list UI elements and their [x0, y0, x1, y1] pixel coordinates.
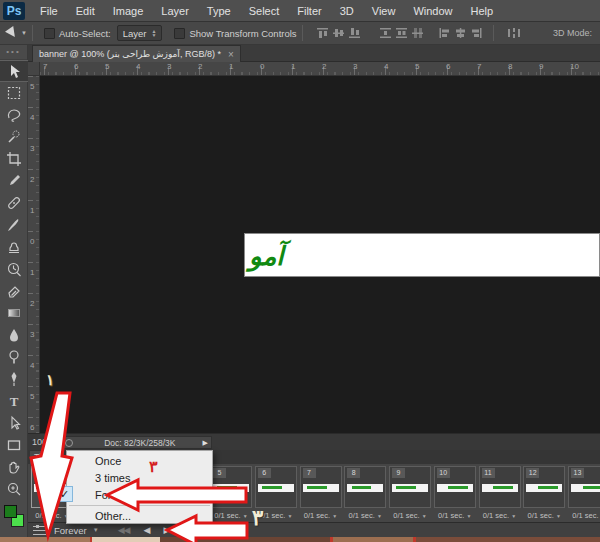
dropdown-value: Layer: [123, 28, 147, 39]
menu-item[interactable]: Select: [240, 0, 289, 22]
quick-selection-tool[interactable]: [0, 126, 28, 148]
dodge-tool[interactable]: [0, 346, 28, 368]
first-frame-button[interactable]: ◀◀: [118, 525, 130, 535]
menu-item-once[interactable]: Once: [67, 453, 212, 470]
type-tool[interactable]: T: [0, 390, 28, 412]
frame-thumbnail: 12: [523, 466, 565, 508]
align-horizontal-centers-icon[interactable]: [454, 27, 467, 39]
blur-tool[interactable]: [0, 324, 28, 346]
lasso-tool[interactable]: [0, 104, 28, 126]
menu-item-3-times[interactable]: 3 times: [67, 470, 212, 487]
distribute-vcenter-icon[interactable]: [395, 27, 408, 39]
auto-select-checkbox[interactable]: [44, 28, 55, 39]
doc-sizes-text: Doc: 82/3K/258/3K: [77, 438, 203, 448]
animation-frame[interactable]: 13 0/1 sec. ▼: [568, 466, 600, 522]
ruler-origin-corner: [28, 62, 40, 76]
distribute-bottom-icon[interactable]: [411, 27, 424, 39]
frame-thumbnail: 13: [568, 466, 600, 508]
eyedropper-tool[interactable]: [0, 170, 28, 192]
brush-tool[interactable]: [0, 214, 28, 236]
loop-options-menu: Once 3 times Forever Other...: [66, 450, 213, 524]
frame-delay-dropdown[interactable]: 0/1 sec. ▼: [210, 511, 252, 520]
ruler-number: 2: [195, 62, 226, 75]
animation-frame[interactable]: 6 0/1 sec. ▼: [255, 466, 297, 522]
frame-delay-dropdown[interactable]: 0/1 sec. ▼: [255, 511, 297, 520]
ruler-number: 5: [28, 82, 39, 113]
tools-panel-header[interactable]: •••: [0, 45, 27, 60]
frame-number: 10: [437, 468, 450, 478]
animation-frame[interactable]: 7 0/1 sec. ▼: [300, 466, 342, 522]
frame-thumbnail: 9: [389, 466, 431, 508]
animation-frame[interactable]: 8 0/1 sec. ▼: [344, 466, 386, 522]
frame-delay-dropdown[interactable]: 0/1 sec. ▼: [523, 511, 565, 520]
close-tab-icon[interactable]: ×: [228, 49, 234, 60]
animation-frame[interactable]: 10 0/1 sec. ▼: [434, 466, 476, 522]
tween-icon[interactable]: [33, 526, 46, 535]
status-bar: 100% Doc: 82/3K/258/3K ▶: [28, 433, 600, 450]
previous-frame-button[interactable]: ◀: [144, 525, 150, 535]
ruler-number: 3: [164, 62, 195, 75]
zoom-tool[interactable]: [0, 478, 28, 500]
frame-delay-dropdown[interactable]: 0/1 sec. ▼: [568, 511, 600, 520]
menu-item[interactable]: Window: [404, 0, 461, 22]
rectangular-marquee-tool[interactable]: [0, 82, 28, 104]
menu-item[interactable]: Type: [198, 0, 240, 22]
menu-item[interactable]: File: [31, 0, 67, 22]
path-selection-tool[interactable]: [0, 412, 28, 434]
menu-item-other[interactable]: Other...: [67, 507, 212, 525]
frame-number: 5: [213, 468, 226, 478]
animation-frame[interactable]: 12 0/1 sec. ▼: [523, 466, 565, 522]
crop-tool[interactable]: [0, 148, 28, 170]
menu-item[interactable]: 3D: [331, 0, 363, 22]
hand-tool[interactable]: [0, 456, 28, 478]
document-tab[interactable]: banner @ 100% (آموزش طراحی بنر, RGB/8) *…: [32, 45, 241, 62]
menu-items: FileEditImageLayerTypeSelectFilter3DView…: [31, 0, 502, 22]
rectangle-tool[interactable]: [0, 434, 28, 456]
play-button[interactable]: ▶: [163, 525, 169, 535]
frame-delay-dropdown[interactable]: 0/1 sec. ▼: [479, 511, 521, 520]
animation-frame[interactable]: 11 0/1 sec. ▼: [479, 466, 521, 522]
menu-item[interactable]: Edit: [67, 0, 104, 22]
pen-tool[interactable]: [0, 368, 28, 390]
tool-preset-picker[interactable]: ▼: [7, 28, 27, 38]
align-right-edges-icon[interactable]: [470, 27, 483, 39]
move-tool[interactable]: [0, 60, 28, 82]
menu-item[interactable]: Filter: [288, 0, 330, 22]
menu-item[interactable]: View: [363, 0, 405, 22]
ruler-number: 2: [28, 299, 39, 330]
distribute-top-icon[interactable]: [379, 27, 392, 39]
menu-item-forever[interactable]: Forever: [67, 487, 212, 504]
animation-frame[interactable]: 9 0/1 sec. ▼: [389, 466, 431, 522]
loop-count-dropdown[interactable]: Forever ▼: [54, 525, 99, 536]
menu-item[interactable]: Help: [462, 0, 503, 22]
align-left-edges-icon[interactable]: [438, 27, 451, 39]
menu-item[interactable]: Layer: [152, 0, 198, 22]
animation-frame[interactable]: 5 0/1 sec. ▼: [210, 466, 252, 522]
history-brush-tool[interactable]: [0, 258, 28, 280]
chevron-down-icon: ▼: [422, 513, 427, 519]
frame-delay-dropdown[interactable]: 0/1 sec. ▼: [389, 511, 431, 520]
spot-healing-brush-tool[interactable]: [0, 192, 28, 214]
frame-delay-dropdown[interactable]: 0/1 sec. ▼: [300, 511, 342, 520]
status-popup-icon: [65, 439, 73, 447]
menu-item[interactable]: Image: [104, 0, 153, 22]
gradient-tool[interactable]: [0, 302, 28, 324]
frame-thumbnail: 11: [479, 466, 521, 508]
zoom-level-field[interactable]: 100%: [32, 437, 55, 447]
foreground-color-swatch[interactable]: [4, 505, 17, 518]
ruler-number: 4: [133, 62, 164, 75]
status-flyout-arrow-icon[interactable]: ▶: [203, 439, 208, 447]
ruler-number: 9: [536, 62, 567, 75]
show-transform-checkbox[interactable]: [174, 28, 185, 39]
frame-delay-dropdown[interactable]: 0/1 sec. ▼: [344, 511, 386, 520]
auto-select-target-dropdown[interactable]: Layer ▲▼: [117, 25, 163, 41]
clone-stamp-tool[interactable]: [0, 236, 28, 258]
frame-delay-dropdown[interactable]: 0/1 sec. ▼: [434, 511, 476, 520]
align-bottom-edges-icon[interactable]: [348, 27, 361, 39]
vertical-ruler: 543210123456: [28, 76, 40, 433]
align-top-edges-icon[interactable]: [316, 27, 329, 39]
eraser-tool[interactable]: [0, 280, 28, 302]
frame-text-mark: [352, 486, 372, 489]
align-vertical-centers-icon[interactable]: [332, 27, 345, 39]
distribute-spacing-icon[interactable]: [507, 27, 521, 39]
